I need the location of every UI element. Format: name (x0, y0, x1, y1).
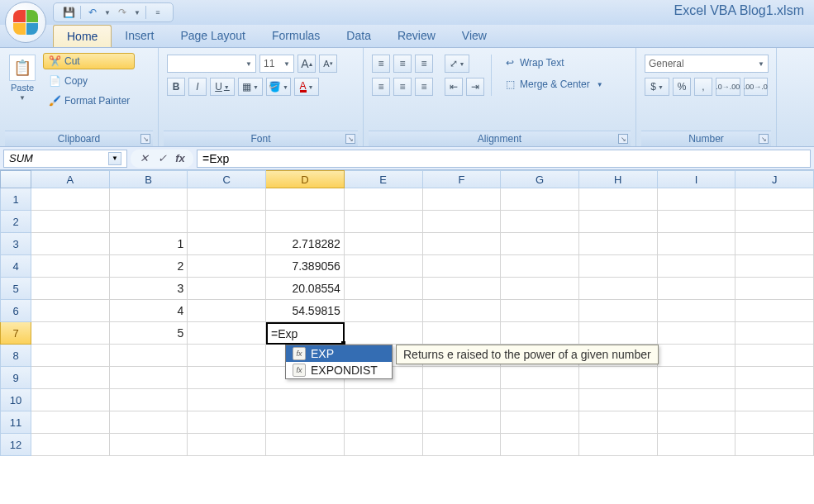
clipboard-launcher[interactable]: ↘ (140, 134, 150, 144)
column-header[interactable]: H (579, 170, 658, 188)
cell[interactable] (735, 434, 814, 456)
cell[interactable] (345, 411, 423, 434)
row-header[interactable]: 3 (0, 233, 31, 255)
cell[interactable] (110, 188, 188, 211)
cancel-formula-button[interactable]: ✕ (136, 151, 152, 166)
align-right-button[interactable]: ≡ (415, 78, 433, 96)
cell[interactable] (579, 188, 658, 211)
cell[interactable] (188, 188, 266, 211)
cell[interactable] (501, 278, 579, 300)
bold-button[interactable]: B (167, 78, 185, 96)
cell[interactable] (345, 233, 423, 255)
cell[interactable] (345, 188, 423, 211)
cell[interactable] (501, 434, 579, 456)
cell[interactable] (579, 211, 658, 233)
cell[interactable] (345, 434, 423, 456)
border-button[interactable]: ▦▼ (238, 78, 263, 96)
cell[interactable] (501, 411, 579, 434)
cell[interactable] (579, 255, 658, 278)
format-painter-button[interactable]: 🖌️Format Painter (43, 93, 135, 109)
cell[interactable] (31, 255, 110, 278)
cell[interactable] (658, 345, 736, 367)
align-top-button[interactable]: ≡ (372, 55, 390, 73)
cell[interactable] (423, 367, 502, 389)
row-header[interactable]: 6 (0, 300, 31, 322)
column-header[interactable]: J (735, 170, 814, 188)
cell[interactable] (345, 255, 423, 278)
cell[interactable] (501, 389, 579, 411)
cell[interactable] (658, 367, 736, 389)
cell[interactable] (658, 278, 736, 300)
cell[interactable]: 3 (110, 278, 188, 300)
cell[interactable] (579, 411, 658, 434)
cell[interactable] (579, 233, 658, 255)
tab-review[interactable]: Review (384, 25, 449, 47)
cell[interactable] (501, 322, 579, 345)
orientation-button[interactable]: ⤢▼ (445, 55, 469, 73)
cell[interactable] (345, 389, 423, 411)
increase-indent-button[interactable]: ⇥ (466, 78, 484, 96)
cell[interactable] (188, 389, 266, 411)
cell[interactable] (579, 389, 658, 411)
cell[interactable] (658, 411, 736, 434)
select-all-corner[interactable] (0, 170, 31, 188)
cell[interactable] (658, 233, 736, 255)
tab-data[interactable]: Data (333, 25, 384, 47)
name-box[interactable]: SUM▼ (3, 150, 127, 168)
cell[interactable] (31, 411, 110, 434)
font-size-combo[interactable]: 11▼ (259, 55, 294, 73)
row-header[interactable]: 4 (0, 255, 31, 278)
qat-customize-icon[interactable]: ≡ (151, 6, 164, 19)
save-icon[interactable]: 💾 (62, 6, 75, 19)
column-header[interactable]: F (423, 170, 502, 188)
column-header[interactable]: E (345, 170, 423, 188)
cell[interactable] (658, 300, 736, 322)
cell[interactable] (423, 278, 502, 300)
autocomplete-item[interactable]: fxEXPONDIST (286, 362, 392, 378)
cell[interactable] (188, 411, 266, 434)
column-header[interactable]: A (31, 170, 110, 188)
row-header[interactable]: 10 (0, 389, 31, 411)
wrap-text-button[interactable]: ↩Wrap Text (498, 55, 608, 71)
cell[interactable] (658, 434, 736, 456)
cell[interactable]: =Exp (266, 322, 345, 345)
cell[interactable] (266, 411, 345, 434)
cell[interactable] (266, 188, 345, 211)
font-color-button[interactable]: A▼ (294, 78, 319, 96)
cell[interactable] (579, 300, 658, 322)
cell[interactable] (735, 411, 814, 434)
underline-button[interactable]: U▼ (210, 78, 235, 96)
cell[interactable] (188, 434, 266, 456)
row-header[interactable]: 1 (0, 188, 31, 211)
cell[interactable]: 7.389056 (266, 255, 345, 278)
office-button[interactable] (5, 2, 46, 43)
tab-page-layout[interactable]: Page Layout (167, 25, 259, 47)
fill-color-button[interactable]: 🪣▼ (266, 78, 291, 96)
namebox-dropdown[interactable]: ▼ (108, 152, 121, 165)
formula-input[interactable]: =Exp (197, 150, 811, 168)
cell[interactable] (423, 434, 502, 456)
cell[interactable] (501, 233, 579, 255)
cell[interactable] (658, 322, 736, 345)
cell[interactable] (423, 233, 502, 255)
tab-formulas[interactable]: Formulas (259, 25, 333, 47)
cell[interactable] (31, 188, 110, 211)
cell[interactable] (423, 255, 502, 278)
cell[interactable] (110, 411, 188, 434)
copy-button[interactable]: 📄Copy (43, 73, 135, 89)
cell[interactable]: 5 (110, 322, 188, 345)
redo-icon[interactable]: ↷ (116, 6, 129, 19)
cell[interactable] (31, 345, 110, 367)
cell[interactable] (266, 211, 345, 233)
font-name-combo[interactable]: ▼ (167, 55, 256, 73)
align-left-button[interactable]: ≡ (372, 78, 390, 96)
undo-icon[interactable]: ↶ (86, 6, 99, 19)
cell[interactable] (110, 345, 188, 367)
tab-insert[interactable]: Insert (112, 25, 167, 47)
cell[interactable] (579, 367, 658, 389)
cell[interactable] (579, 434, 658, 456)
decrease-decimal-button[interactable]: .00→.0 (744, 78, 769, 96)
cell[interactable]: 54.59815 (266, 300, 345, 322)
cell[interactable] (188, 278, 266, 300)
cell[interactable] (658, 211, 736, 233)
